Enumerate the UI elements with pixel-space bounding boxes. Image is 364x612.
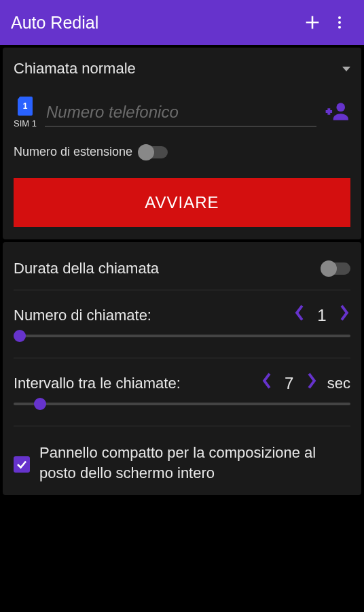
- interval-value: 7: [283, 374, 296, 393]
- chevron-left-icon: [261, 372, 273, 390]
- compact-panel-checkbox[interactable]: [14, 456, 30, 473]
- plus-icon: [303, 13, 322, 32]
- start-button[interactable]: AVVIARE: [14, 178, 350, 227]
- chevron-right-icon: [306, 372, 318, 390]
- interval-slider[interactable]: [14, 403, 350, 405]
- slider-thumb: [14, 330, 26, 342]
- chevron-right-icon: [338, 304, 350, 322]
- interval-slider-row: [14, 403, 350, 405]
- divider: [14, 290, 350, 290]
- add-button[interactable]: [299, 9, 326, 36]
- compact-panel-row: Pannello compatto per la composizione al…: [14, 440, 350, 483]
- call-type-dropdown[interactable]: Chiamata normale: [14, 60, 350, 78]
- divider: [14, 426, 350, 426]
- svg-point-5: [336, 103, 345, 112]
- check-icon: [16, 458, 28, 471]
- extension-row: Numero di estensione: [14, 145, 350, 159]
- toggle-knob: [138, 144, 154, 160]
- chevron-down-icon: [342, 67, 350, 71]
- num-calls-decrease[interactable]: [293, 304, 306, 326]
- sim-label: SIM 1: [14, 118, 37, 129]
- chevron-left-icon: [293, 304, 306, 322]
- sim-selector[interactable]: 1 SIM 1: [14, 97, 37, 129]
- call-duration-row: Durata della chiamata: [14, 254, 350, 290]
- interval-row: Intervallo tra le chiamate: 7 sec: [14, 372, 350, 394]
- interval-decrease[interactable]: [261, 372, 273, 394]
- call-duration-toggle[interactable]: [322, 262, 350, 275]
- svg-point-2: [338, 16, 341, 19]
- sim-icon: 1: [18, 97, 33, 116]
- interval-increase[interactable]: [306, 372, 318, 394]
- compact-panel-label: Pannello compatto per la composizione al…: [39, 443, 350, 483]
- interval-label: Intervallo tra le chiamate:: [14, 375, 261, 392]
- phone-input-row: 1 SIM 1: [14, 97, 350, 129]
- menu-button[interactable]: [326, 9, 353, 36]
- add-contact-button[interactable]: [325, 99, 350, 127]
- divider: [14, 358, 350, 358]
- svg-point-4: [338, 26, 341, 29]
- call-setup-card: Chiamata normale 1 SIM 1 Numero di esten…: [3, 48, 361, 239]
- interval-stepper: 7: [261, 372, 318, 394]
- app-header: Auto Redial: [0, 0, 364, 45]
- person-add-icon: [325, 99, 350, 124]
- num-calls-stepper: 1: [293, 304, 350, 326]
- settings-card: Durata della chiamata Numero di chiamate…: [3, 242, 361, 495]
- num-calls-slider[interactable]: [14, 335, 350, 337]
- slider-thumb: [34, 398, 46, 410]
- call-duration-label: Durata della chiamata: [14, 260, 159, 277]
- num-calls-label: Numero di chiamate:: [14, 307, 293, 324]
- toggle-knob: [321, 260, 337, 277]
- svg-point-3: [338, 21, 341, 24]
- kebab-icon: [331, 14, 348, 31]
- phone-number-input[interactable]: [45, 99, 316, 126]
- extension-toggle[interactable]: [139, 146, 168, 158]
- call-type-selected: Chiamata normale: [14, 60, 136, 78]
- num-calls-value: 1: [315, 306, 329, 325]
- extension-label: Numero di estensione: [14, 145, 132, 159]
- num-calls-increase[interactable]: [338, 304, 350, 326]
- num-calls-slider-row: [14, 335, 350, 337]
- app-title: Auto Redial: [11, 13, 299, 33]
- num-calls-row: Numero di chiamate: 1: [14, 304, 350, 326]
- interval-unit: sec: [327, 375, 350, 392]
